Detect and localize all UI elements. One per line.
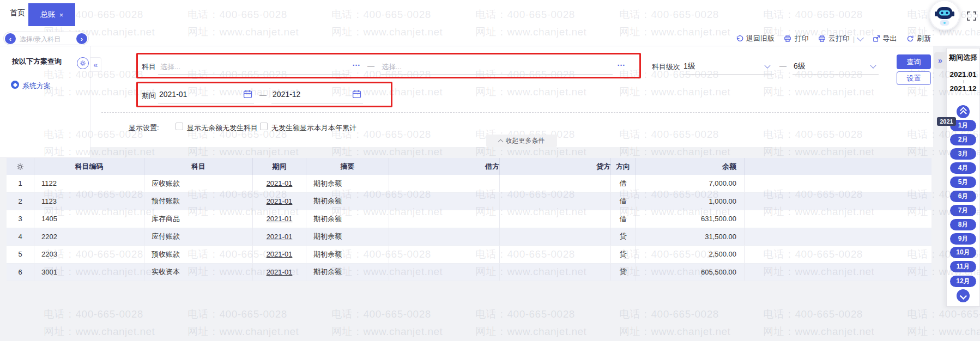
- column-header[interactable]: 方向: [611, 158, 636, 175]
- cell-summary: 期初余额: [306, 246, 389, 263]
- period-range-to: 2021.12: [947, 84, 979, 93]
- subject-select-to[interactable]: 选择...: [382, 62, 402, 72]
- subject-select-from[interactable]: 选择...: [160, 62, 180, 72]
- refresh-icon: [906, 35, 914, 42]
- app-root: 电话：400-665-0028网址：www.chanjet.net电话：400-…: [0, 0, 980, 341]
- table-row[interactable]: 21123预付账款2021-01期初余额借1,000.00: [7, 193, 931, 211]
- month-pill-4[interactable]: 4月: [950, 162, 976, 174]
- period-link[interactable]: 2021-01: [267, 215, 293, 223]
- tab-ledger-label: 总账: [40, 10, 56, 20]
- period-link[interactable]: 2021-01: [267, 179, 293, 187]
- subject-filter-label: 科目: [142, 62, 156, 72]
- scheme-settings-gear-icon[interactable]: [77, 57, 89, 69]
- watermark-text: 电话：400-665-0028: [619, 307, 719, 321]
- tab-home[interactable]: 首页: [5, 0, 29, 26]
- period-link[interactable]: 2021-01: [267, 197, 293, 205]
- column-header[interactable]: 科目: [144, 158, 253, 175]
- table-row[interactable]: 63001实收资本2021-01期初余额贷605,500.00: [7, 264, 931, 282]
- period-link[interactable]: 2021-01: [267, 268, 293, 276]
- filter-divider: [101, 112, 929, 113]
- cloud-print-button[interactable]: 云打印 |: [818, 34, 863, 44]
- month-pill-6[interactable]: 6月: [950, 191, 976, 202]
- level-to-select[interactable]: 6级: [794, 62, 806, 71]
- watermark-text: 电话：400-665-0028: [187, 307, 287, 321]
- column-header[interactable]: 科目编码: [34, 158, 144, 175]
- table-row[interactable]: 52203预收账款2021-01期初余额贷2,500.00: [7, 246, 931, 264]
- cell-balance: 7,000.00: [636, 175, 745, 192]
- column-header[interactable]: 期间: [253, 158, 306, 175]
- period-panel-expand-icon[interactable]: »: [934, 52, 946, 69]
- scheme-sidebar-title: 按以下方案查询: [12, 57, 62, 66]
- refresh-button[interactable]: 刷新: [906, 34, 931, 44]
- column-header[interactable]: 借方: [389, 158, 500, 175]
- cell-subject-name: 应收账款: [144, 175, 253, 192]
- query-button[interactable]: 查询: [897, 54, 931, 69]
- scroll-months-up-button[interactable]: [957, 105, 970, 118]
- month-pill-9[interactable]: 9月: [950, 233, 976, 245]
- level-from-underline: [682, 74, 774, 75]
- settings-button[interactable]: 设置: [897, 71, 931, 85]
- month-pill-7[interactable]: 7月: [950, 205, 976, 216]
- sidebar-collapse-icon[interactable]: «: [90, 57, 101, 72]
- next-subject-icon[interactable]: ›: [76, 33, 87, 44]
- print-label: 打印: [794, 34, 808, 44]
- cell-subject-name: 预收账款: [144, 246, 253, 263]
- level-from-select[interactable]: 1级: [683, 62, 695, 71]
- tab-ledger[interactable]: 总账 ×: [28, 3, 75, 26]
- divider: |: [853, 35, 855, 43]
- column-header[interactable]: 摘要: [306, 158, 389, 175]
- period-link[interactable]: 2021-01: [267, 233, 293, 241]
- cell-subject-name: 预付账款: [144, 193, 253, 210]
- export-icon: [873, 35, 880, 42]
- period-link[interactable]: 2021-01: [267, 250, 293, 258]
- column-header[interactable]: 余额: [636, 158, 745, 175]
- assistant-avatar[interactable]: [929, 0, 960, 31]
- table-columns-gear-icon[interactable]: [7, 158, 34, 175]
- balance-table: 科目编码科目期间摘要借方贷方方向余额 11122应收账款2021-01期初余额借…: [7, 158, 931, 281]
- column-header[interactable]: 贷方: [500, 158, 611, 175]
- collapse-more-conditions-button[interactable]: 收起更多条件: [486, 135, 557, 147]
- fullscreen-icon[interactable]: [967, 11, 976, 21]
- scroll-months-down-button[interactable]: [957, 289, 970, 302]
- watermark-text: 电话：400-665-0028: [907, 307, 980, 321]
- month-pill-5[interactable]: 5月: [950, 176, 976, 188]
- collapse-more-conditions-label: 收起更多条件: [506, 136, 545, 145]
- checkbox-label: 无发生额显示本月本年累计: [271, 123, 356, 133]
- checkbox-show-accumulated[interactable]: [260, 123, 268, 130]
- subject-to-more-icon[interactable]: …: [617, 58, 626, 68]
- cell-direction: 贷: [611, 264, 636, 281]
- undo-icon: [736, 35, 743, 42]
- cell-summary: 期初余额: [306, 264, 389, 281]
- tab-close-icon[interactable]: ×: [59, 11, 64, 19]
- period-from-input[interactable]: 2021-01: [159, 90, 187, 99]
- row-number: 3: [7, 210, 34, 228]
- prev-subject-icon[interactable]: ‹: [5, 33, 16, 44]
- month-pill-10[interactable]: 10月: [950, 247, 976, 258]
- month-pill-12[interactable]: 12月: [950, 276, 976, 287]
- cloud-print-chevron-down-icon[interactable]: [857, 34, 864, 41]
- subject-search-placeholder: 选择/录入科目: [20, 35, 61, 44]
- subject-search-input[interactable]: ‹ 选择/录入科目 ›: [3, 32, 89, 45]
- calendar-icon[interactable]: [243, 89, 252, 99]
- cell-debit: [389, 193, 500, 210]
- table-row[interactable]: 42202应付账款2021-01期初余额贷31,500.00: [7, 228, 931, 246]
- month-pill-3[interactable]: 3月: [950, 148, 976, 160]
- cell-subject-name: 应付账款: [144, 228, 253, 246]
- sidebar-item-system-scheme[interactable]: 系统方案: [22, 81, 51, 91]
- checkbox-show-zero-balance[interactable]: [176, 123, 183, 130]
- month-pill-11[interactable]: 11月: [950, 261, 976, 272]
- back-to-old-button[interactable]: 退回旧版: [736, 34, 775, 44]
- export-button[interactable]: 导出: [873, 34, 897, 44]
- month-pill-8[interactable]: 8月: [950, 219, 976, 230]
- month-pill-2[interactable]: 2月: [950, 134, 976, 145]
- print-button[interactable]: 打印: [784, 34, 808, 44]
- table-row[interactable]: 31405库存商品2021-01期初余额借631,500.00: [7, 210, 931, 228]
- cell-balance: 31,500.00: [636, 228, 745, 246]
- cell-balance: 2,500.00: [636, 246, 745, 263]
- subject-from-more-icon[interactable]: …: [352, 58, 361, 68]
- cell-subject-code: 1122: [34, 175, 144, 192]
- watermark-text: 电话：400-665-0028: [763, 307, 863, 321]
- period-to-input[interactable]: 2021-12: [273, 90, 300, 99]
- table-row[interactable]: 11122应收账款2021-01期初余额借7,000.00: [7, 175, 931, 193]
- calendar-icon[interactable]: [352, 89, 361, 99]
